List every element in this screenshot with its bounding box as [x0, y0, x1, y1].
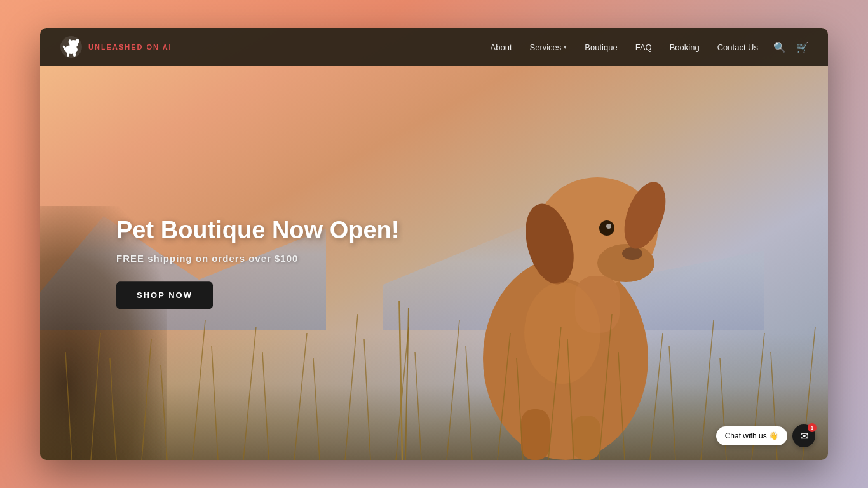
- nav-item-faq[interactable]: FAQ: [635, 43, 652, 52]
- nav-item-boutique[interactable]: Boutique: [585, 43, 617, 52]
- hero-title: Pet Boutique Now Open!: [116, 216, 399, 245]
- svg-point-3: [622, 247, 642, 260]
- search-icon[interactable]: 🔍: [773, 41, 786, 53]
- svg-rect-8: [521, 409, 550, 460]
- main-window: UNLEASHED ON AI About Services ▾ Boutiqu…: [40, 28, 828, 460]
- cart-icon[interactable]: 🛒: [796, 41, 809, 53]
- nav-menu: About Services ▾ Boutique FAQ Booking Co…: [491, 43, 758, 52]
- nav-item-about[interactable]: About: [491, 43, 512, 52]
- chat-button[interactable]: ✉ 1: [792, 424, 815, 447]
- svg-point-5: [606, 224, 611, 229]
- chat-widget: Chat with us 👋 ✉ 1: [716, 424, 815, 447]
- chat-label[interactable]: Chat with us 👋: [716, 426, 787, 445]
- svg-rect-9: [572, 416, 600, 460]
- dog-illustration: [445, 92, 686, 460]
- services-chevron-icon: ▾: [564, 44, 567, 50]
- navbar: UNLEASHED ON AI About Services ▾ Boutiqu…: [40, 28, 828, 66]
- navbar-icons: 🔍 🛒: [773, 41, 809, 53]
- brand-logo-icon: [59, 35, 83, 59]
- nav-item-services[interactable]: Services ▾: [530, 43, 567, 52]
- nav-item-contact[interactable]: Contact Us: [717, 43, 758, 52]
- chat-message-icon: ✉: [800, 430, 808, 442]
- nav-item-booking[interactable]: Booking: [670, 43, 700, 52]
- svg-point-4: [599, 220, 614, 236]
- brand-name: UNLEASHED ON AI: [88, 43, 172, 51]
- hero-subtitle: FREE shipping on orders over $100: [116, 253, 399, 264]
- shop-now-button[interactable]: SHOP NOW: [116, 281, 213, 309]
- brand-logo-area[interactable]: UNLEASHED ON AI: [59, 35, 172, 59]
- chat-badge: 1: [808, 423, 817, 432]
- hero-content: Pet Boutique Now Open! FREE shipping on …: [116, 216, 399, 309]
- svg-rect-49: [67, 53, 69, 57]
- svg-rect-50: [73, 53, 76, 57]
- svg-point-11: [524, 282, 600, 384]
